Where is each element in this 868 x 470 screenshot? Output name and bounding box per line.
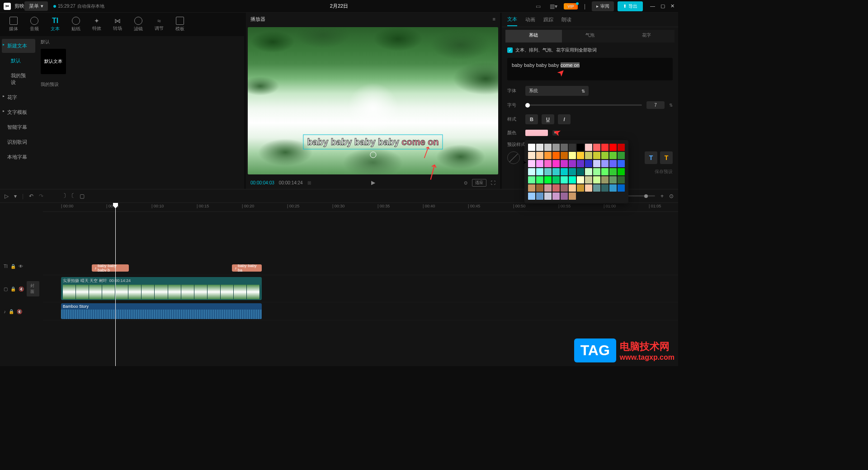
color-cell[interactable] xyxy=(593,168,600,175)
color-cell[interactable] xyxy=(569,144,576,151)
zoom-in-icon[interactable]: + xyxy=(660,193,664,199)
color-cell[interactable] xyxy=(552,160,560,167)
sidebar-smart-subtitle[interactable]: 智能字幕 xyxy=(2,120,35,134)
color-cell[interactable] xyxy=(552,184,560,192)
underline-button[interactable]: U xyxy=(542,114,554,124)
color-cell[interactable] xyxy=(561,193,568,200)
preset-default-text[interactable]: 默认文本 xyxy=(41,49,66,74)
color-cell[interactable] xyxy=(618,152,625,159)
color-cell[interactable] xyxy=(561,144,568,151)
sidebar-new-text[interactable]: 新建文本 xyxy=(2,39,35,53)
color-cell[interactable] xyxy=(552,193,560,200)
color-cell[interactable] xyxy=(569,160,576,167)
size-slider[interactable] xyxy=(525,104,642,106)
color-cell[interactable] xyxy=(577,184,584,192)
player-viewport[interactable]: baby baby baby baby come on xyxy=(248,27,498,174)
color-cell[interactable] xyxy=(528,176,535,183)
subtab-huazi[interactable]: 花字 xyxy=(618,30,675,42)
color-cell[interactable] xyxy=(601,168,609,175)
sidebar-local-subtitle[interactable]: 本地字幕 xyxy=(2,150,35,164)
right-tab-text[interactable]: 文本 xyxy=(507,13,517,26)
playhead[interactable] xyxy=(115,203,116,366)
color-cell[interactable] xyxy=(601,176,609,183)
tab-audio[interactable]: 音频 xyxy=(24,14,44,35)
rotate-handle-icon[interactable] xyxy=(370,152,376,158)
color-cell[interactable] xyxy=(544,176,552,183)
sidebar-text-template[interactable]: 文字模板 xyxy=(2,105,35,119)
color-cell[interactable] xyxy=(528,184,535,192)
color-cell[interactable] xyxy=(569,168,576,175)
color-cell[interactable] xyxy=(536,176,543,183)
sidebar-lyrics[interactable]: 识别歌词 xyxy=(2,135,35,149)
color-cell[interactable] xyxy=(536,152,543,159)
tab-text[interactable]: TI文本 xyxy=(45,14,65,35)
apply-all-checkbox[interactable]: ✓ xyxy=(507,47,513,53)
bold-button[interactable]: B xyxy=(525,114,538,124)
color-cell[interactable] xyxy=(585,176,592,183)
preset-t2[interactable]: T xyxy=(660,151,673,164)
sidebar-huazi[interactable]: 花字 xyxy=(2,90,35,104)
color-cell[interactable] xyxy=(552,144,560,151)
color-cell[interactable] xyxy=(609,184,617,192)
color-cell[interactable] xyxy=(585,168,592,175)
color-cell[interactable] xyxy=(609,160,617,167)
tool-dropdown[interactable]: ▾ xyxy=(14,193,17,199)
tab-adjust[interactable]: ≈调节 xyxy=(149,14,169,34)
color-cell[interactable] xyxy=(569,152,576,159)
color-cell[interactable] xyxy=(544,160,552,167)
size-input[interactable]: 7 xyxy=(646,101,665,109)
color-cell[interactable] xyxy=(561,168,568,175)
color-cell[interactable] xyxy=(552,176,560,183)
text-content-input[interactable]: baby baby baby baby come on xyxy=(507,58,673,80)
color-cell[interactable] xyxy=(544,144,552,151)
audio-clip[interactable]: Bamboo Story xyxy=(61,303,262,319)
color-cell[interactable] xyxy=(577,176,584,183)
text-clip-1[interactable]: ♪ baby baby baby b xyxy=(92,264,129,272)
zoom-fit-icon[interactable]: ⊙ xyxy=(669,193,674,199)
video-track[interactable]: 实景拍摄 晴天 天空 树叶 00:00:14:24 xyxy=(43,275,678,302)
color-cell[interactable] xyxy=(577,168,584,175)
select-tool[interactable]: ▷ xyxy=(5,193,9,199)
timeline-ruler[interactable]: | 00:00| 00:05| 00:10| 00:15| 00:20| 00:… xyxy=(43,203,678,212)
right-tab-track[interactable]: 跟踪 xyxy=(543,14,553,26)
color-cell[interactable] xyxy=(609,152,617,159)
video-clip[interactable]: 实景拍摄 晴天 天空 树叶 00:00:14:24 xyxy=(61,277,262,300)
color-cell[interactable] xyxy=(585,160,592,167)
color-cell[interactable] xyxy=(528,193,535,200)
color-cell[interactable] xyxy=(528,144,535,151)
color-cell[interactable] xyxy=(601,144,609,151)
color-swatch[interactable] xyxy=(525,130,548,136)
lock-icon[interactable]: 🔒 xyxy=(10,264,16,269)
tab-transition[interactable]: ⋈转场 xyxy=(108,14,127,34)
fullscreen-icon[interactable]: ⛶ xyxy=(491,180,495,185)
text-overlay[interactable]: baby baby baby baby come on xyxy=(303,135,443,150)
color-cell[interactable] xyxy=(601,160,609,167)
color-cell[interactable] xyxy=(544,193,552,200)
color-cell[interactable] xyxy=(536,144,543,151)
tab-effect[interactable]: ✦特效 xyxy=(87,14,107,34)
slider-thumb[interactable] xyxy=(525,103,530,108)
color-cell[interactable] xyxy=(536,184,543,192)
tab-media[interactable]: 媒体 xyxy=(4,14,24,35)
color-cell[interactable] xyxy=(618,176,625,183)
color-cell[interactable] xyxy=(618,160,625,167)
eye-icon[interactable]: 👁 xyxy=(19,264,23,269)
text-clip-2[interactable]: ♪ baby baby ba xyxy=(232,264,262,272)
color-cell[interactable] xyxy=(609,176,617,183)
audio-track[interactable]: Bamboo Story xyxy=(43,302,678,320)
scale-button[interactable]: 适应 xyxy=(472,179,486,187)
color-cell[interactable] xyxy=(552,152,560,159)
color-cell[interactable] xyxy=(528,168,535,175)
color-cell[interactable] xyxy=(552,168,560,175)
color-cell[interactable] xyxy=(593,184,600,192)
color-cell[interactable] xyxy=(561,152,568,159)
italic-button[interactable]: I xyxy=(558,114,571,124)
preset-t1[interactable]: T xyxy=(645,151,657,164)
focus-icon[interactable]: ⊙ xyxy=(464,180,467,185)
color-cell[interactable] xyxy=(536,168,543,175)
grid-icon[interactable]: ⊞ xyxy=(307,180,311,185)
player-menu-icon[interactable]: ≡ xyxy=(493,16,495,22)
close-icon[interactable]: ✕ xyxy=(670,3,675,9)
color-cell[interactable] xyxy=(536,193,543,200)
mute-icon[interactable]: 🔇 xyxy=(19,287,24,291)
